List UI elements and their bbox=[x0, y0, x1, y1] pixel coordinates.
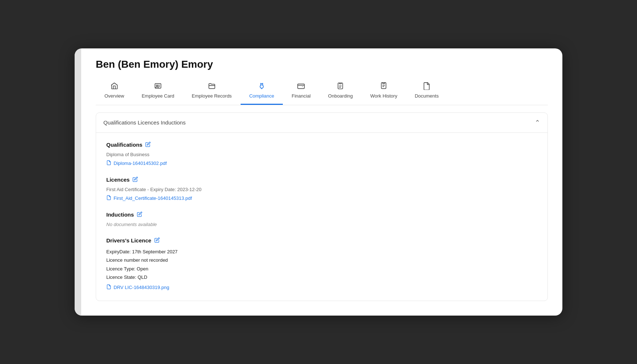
id-card-icon bbox=[154, 82, 162, 91]
drivers-licence-title: Drivers's Licence bbox=[106, 237, 537, 244]
drivers-file-icon bbox=[106, 284, 111, 290]
drivers-licence-edit-icon[interactable] bbox=[154, 237, 160, 244]
tab-documents[interactable]: Documents bbox=[406, 78, 447, 105]
drivers-licence-type: Licence Type: Open bbox=[106, 265, 537, 273]
main-container: Ben (Ben Emory) Emory Overview Employee … bbox=[75, 48, 562, 316]
svg-point-3 bbox=[260, 85, 263, 88]
page-title: Ben (Ben Emory) Emory bbox=[96, 59, 548, 70]
drivers-licence-state: Licence State: QLD bbox=[106, 273, 537, 281]
page-header: Ben (Ben Emory) Emory Overview Employee … bbox=[81, 48, 562, 105]
tab-financial-label: Financial bbox=[292, 93, 310, 99]
licences-title: Licences bbox=[106, 177, 537, 183]
licences-file-link[interactable]: First_Aid_Certificate-1640145313.pdf bbox=[106, 195, 537, 201]
badge-icon bbox=[380, 82, 388, 91]
section-body: Qualifications Diploma of Business Diplo… bbox=[96, 133, 547, 301]
drivers-filename: DRV LIC-1648430319.png bbox=[114, 285, 169, 290]
licences-subsection: Licences First Aid Certificate - Expiry … bbox=[106, 177, 537, 201]
doc-icon bbox=[423, 82, 431, 91]
qualifications-file-link[interactable]: Diploma-1640145302.pdf bbox=[106, 160, 537, 166]
tab-work-history[interactable]: Work History bbox=[361, 78, 406, 105]
qualifications-title: Qualifications bbox=[106, 142, 537, 148]
tab-compliance[interactable]: Compliance bbox=[241, 78, 283, 105]
inductions-title: Inductions bbox=[106, 211, 537, 218]
tab-overview-label: Overview bbox=[104, 93, 124, 99]
tab-employee-records-label: Employee Records bbox=[192, 93, 232, 99]
tab-employee-card[interactable]: Employee Card bbox=[133, 78, 183, 105]
inductions-subsection: Inductions No documents available bbox=[106, 211, 537, 227]
wallet-icon bbox=[297, 82, 305, 91]
drivers-licence-subsection: Drivers's Licence ExpiryDate: 17th Septe… bbox=[106, 237, 537, 291]
drivers-file-link[interactable]: DRV LIC-1648430319.png bbox=[106, 284, 537, 290]
licences-description: First Aid Certificate - Expiry Date: 202… bbox=[106, 187, 537, 192]
drivers-licence-number: Licence number not recorded bbox=[106, 256, 537, 264]
tab-financial[interactable]: Financial bbox=[283, 78, 319, 105]
qualifications-file-icon bbox=[106, 160, 111, 166]
tab-work-history-label: Work History bbox=[370, 93, 397, 99]
inductions-no-docs: No documents available bbox=[106, 222, 537, 227]
left-tab bbox=[75, 48, 81, 316]
licences-file-icon bbox=[106, 195, 111, 201]
qualifications-filename: Diploma-1640145302.pdf bbox=[114, 161, 167, 166]
main-content: Ben (Ben Emory) Emory Overview Employee … bbox=[81, 48, 562, 316]
svg-point-1 bbox=[156, 85, 158, 86]
nav-tabs: Overview Employee Card Employee Records bbox=[96, 78, 548, 105]
section-title: Qualifications Licences Inductions bbox=[103, 119, 186, 126]
drivers-expiry: ExpiryDate: 17th September 2027 bbox=[106, 248, 537, 256]
inductions-edit-icon[interactable] bbox=[137, 211, 142, 218]
tab-onboarding[interactable]: Onboarding bbox=[319, 78, 361, 105]
collapse-icon[interactable]: ⌃ bbox=[535, 119, 540, 127]
content-area: Qualifications Licences Inductions ⌃ Qua… bbox=[81, 105, 562, 316]
tab-documents-label: Documents bbox=[415, 93, 439, 99]
tab-compliance-label: Compliance bbox=[249, 93, 274, 99]
tab-employee-records[interactable]: Employee Records bbox=[183, 78, 241, 105]
folder-icon bbox=[208, 82, 216, 91]
qualifications-subsection: Qualifications Diploma of Business Diplo… bbox=[106, 142, 537, 166]
qualifications-description: Diploma of Business bbox=[106, 152, 537, 157]
licences-filename: First_Aid_Certificate-1640145313.pdf bbox=[114, 195, 192, 201]
svg-rect-5 bbox=[298, 84, 304, 88]
tab-employee-card-label: Employee Card bbox=[142, 93, 174, 99]
medal-icon bbox=[258, 82, 266, 91]
home-icon bbox=[110, 82, 118, 91]
tab-onboarding-label: Onboarding bbox=[328, 93, 353, 99]
drivers-info: ExpiryDate: 17th September 2027 Licence … bbox=[106, 248, 537, 282]
tab-overview[interactable]: Overview bbox=[96, 78, 133, 105]
licences-edit-icon[interactable] bbox=[132, 177, 138, 183]
qualifications-edit-icon[interactable] bbox=[145, 142, 151, 148]
qualifications-section-card: Qualifications Licences Inductions ⌃ Qua… bbox=[96, 112, 548, 301]
clipboard-icon bbox=[336, 82, 344, 91]
section-header[interactable]: Qualifications Licences Inductions ⌃ bbox=[96, 113, 547, 133]
